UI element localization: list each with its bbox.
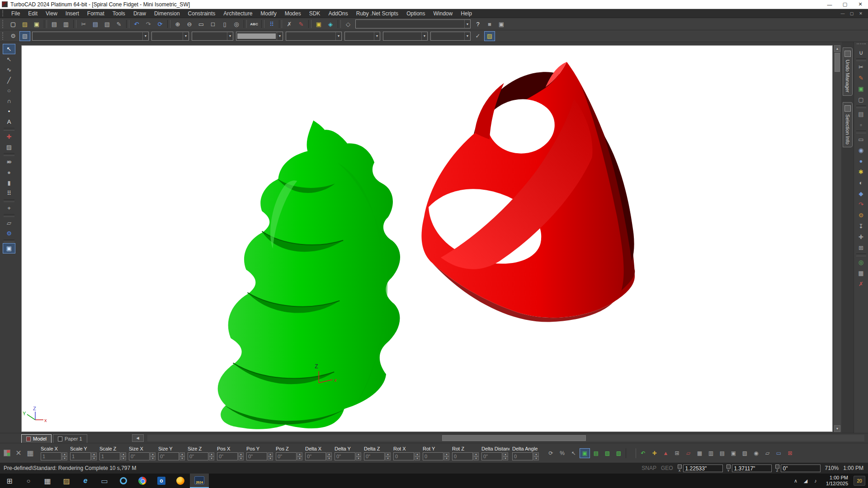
cylinder-tool[interactable]: ▮ — [3, 178, 15, 188]
format-painter-icon[interactable]: ✎ — [113, 19, 124, 29]
chevron-down-icon[interactable]: ▼ — [142, 32, 148, 40]
spinner[interactable]: ▲▼ — [209, 452, 214, 460]
coordinate-value[interactable]: 0" — [781, 465, 821, 472]
solid-tool[interactable]: ▱ — [3, 218, 15, 228]
tab-scroll-left-button[interactable]: ◀ — [132, 434, 144, 442]
inspector-field-value[interactable]: 1 — [70, 452, 91, 460]
box-add-tool[interactable]: ⊞ — [855, 242, 867, 253]
zoom-printed-icon[interactable]: ◎ — [231, 19, 242, 29]
snap-indicator[interactable]: SNAP — [642, 465, 656, 471]
spinner[interactable]: ▲▼ — [356, 452, 361, 460]
coordinate-table-button[interactable]: ▦ — [24, 447, 36, 459]
pin-box-icon[interactable]: ◉ — [751, 448, 761, 458]
clear-selection-button[interactable]: ✕ — [13, 447, 24, 459]
property-gear-icon[interactable]: ⚙ — [8, 31, 19, 41]
outlook-button[interactable]: o — [152, 474, 171, 488]
redline-icon[interactable]: ✎ — [296, 19, 307, 29]
menu-architecture[interactable]: Architecture — [219, 9, 256, 18]
text-style-combo[interactable]: ▼ — [383, 32, 428, 41]
3d-polyline-tool[interactable]: 3D — [3, 157, 15, 167]
spinner[interactable]: ▲▼ — [326, 452, 332, 460]
search-button[interactable]: ○ — [19, 474, 38, 488]
turbocad-button[interactable]: 2024 — [190, 474, 209, 488]
menu-format[interactable]: Format — [83, 9, 108, 18]
mark-tool[interactable]: ✎ — [855, 72, 867, 83]
select-visual-2-icon[interactable]: ▤ — [591, 448, 601, 458]
context-help-icon[interactable]: ? — [472, 19, 483, 29]
spinner[interactable]: ▲▼ — [238, 452, 244, 460]
coordinate-value[interactable]: 1.22533" — [683, 465, 723, 472]
select-visual-4-icon[interactable]: ▧ — [613, 448, 624, 458]
inspector-field-value[interactable]: 0" — [246, 452, 267, 460]
chevron-down-icon[interactable]: ▼ — [277, 32, 283, 40]
inspector-field-value[interactable]: 0" — [276, 452, 297, 460]
tab-selection-info[interactable]: Selection Info — [843, 102, 853, 148]
axes-icon[interactable]: ✚ — [649, 448, 660, 458]
spinner[interactable]: ▲▼ — [150, 452, 156, 460]
inspector-field-value[interactable]: 0" — [217, 452, 238, 460]
menu-insert[interactable]: Insert — [61, 9, 83, 18]
rotate-box-icon[interactable]: ⟳ — [546, 448, 556, 458]
select-visual-3-icon[interactable]: ▨ — [602, 448, 613, 458]
print-preview-icon[interactable]: ▥ — [61, 19, 71, 29]
print-icon[interactable]: ▤ — [49, 19, 60, 29]
redline-box-icon[interactable]: ▱ — [762, 448, 773, 458]
pen-check-icon[interactable]: ✓ — [472, 31, 483, 41]
geo-indicator[interactable]: GEO — [661, 465, 673, 471]
menu-ruby-net-scripts[interactable]: Ruby .Net Scripts — [352, 9, 402, 18]
new-window-icon[interactable]: ▣ — [313, 19, 324, 29]
redo-icon[interactable]: ↷ — [143, 19, 154, 29]
minimize-button[interactable]: — — [822, 0, 837, 9]
pen-width-combo[interactable]: ▼ — [192, 32, 233, 41]
snap-mode-icon[interactable]: ✗ — [284, 19, 295, 29]
new-icon[interactable]: ▢ — [8, 19, 19, 29]
restore-button[interactable]: ▢ — [837, 0, 853, 9]
spinner[interactable]: ▲▼ — [91, 452, 97, 460]
constraint-tool[interactable]: ✚ — [3, 131, 15, 142]
walkthrough-icon[interactable]: ◇ — [343, 19, 354, 29]
spinner[interactable]: ▲▼ — [415, 452, 420, 460]
spinner[interactable]: ▲▼ — [121, 452, 126, 460]
open-icon[interactable]: ▨ — [19, 19, 30, 29]
style-manager-icon[interactable]: ▧ — [19, 31, 30, 41]
toolbar-grip[interactable] — [857, 43, 866, 46]
file-explorer-button[interactable]: ▨ — [57, 474, 76, 488]
arc-tool[interactable]: ∩ — [3, 96, 15, 106]
inspector-field-value[interactable]: 0" — [129, 452, 150, 460]
tab-undo-manager[interactable]: Undo Manager — [843, 47, 853, 96]
paint-mode-icon[interactable]: ▨ — [484, 31, 495, 41]
blue-link-icon[interactable]: ▭ — [774, 448, 784, 458]
chevron-down-icon[interactable]: ▼ — [335, 32, 341, 40]
wire-sphere-tool[interactable]: ◉ — [855, 145, 867, 155]
scroll-up-icon[interactable]: ▲ — [834, 45, 840, 52]
volume-icon[interactable]: ♪ — [811, 478, 821, 483]
line-tool[interactable]: ╱ — [3, 75, 15, 85]
menu-modify[interactable]: Modify — [256, 9, 280, 18]
inspector-field-value[interactable]: 0 — [393, 452, 414, 460]
gear-tool[interactable]: ⚙ — [855, 210, 867, 221]
array-tool[interactable]: ⠿ — [3, 188, 15, 198]
text-tool[interactable]: A — [3, 117, 15, 127]
chevron-down-icon[interactable]: ▼ — [464, 32, 470, 40]
snap-grid-icon[interactable]: ⠿ — [266, 19, 277, 29]
horizontal-scrollbar[interactable] — [147, 435, 865, 441]
chevron-down-icon[interactable]: ▼ — [464, 20, 470, 28]
layer-combo[interactable]: ▼ — [32, 32, 149, 41]
spinner[interactable]: ▲▼ — [533, 452, 539, 460]
display-app-button[interactable]: ▭ — [95, 474, 114, 488]
slice-tool[interactable]: ✂ — [855, 61, 867, 72]
scale-box-icon[interactable]: % — [557, 448, 567, 458]
camera-tool[interactable]: ▦ — [855, 267, 867, 278]
menu-view[interactable]: View — [42, 9, 61, 18]
menu-sdk[interactable]: SDK — [305, 9, 325, 18]
network-icon[interactable]: ◢ — [801, 478, 811, 484]
copy-icon[interactable]: ▤ — [90, 19, 101, 29]
node-select-icon[interactable]: ↖ — [568, 448, 579, 458]
search-combo[interactable]: ▼ — [355, 19, 471, 28]
axis-chip[interactable]: X — [678, 465, 682, 472]
chevron-down-icon[interactable]: ▼ — [421, 32, 427, 40]
hidden-icons-button[interactable]: ∧ — [791, 478, 801, 484]
link-faces-tool[interactable]: ▣ — [855, 83, 867, 94]
zoom-out-icon[interactable]: ⊖ — [184, 19, 195, 29]
zoom-in-icon[interactable]: ⊕ — [172, 19, 183, 29]
